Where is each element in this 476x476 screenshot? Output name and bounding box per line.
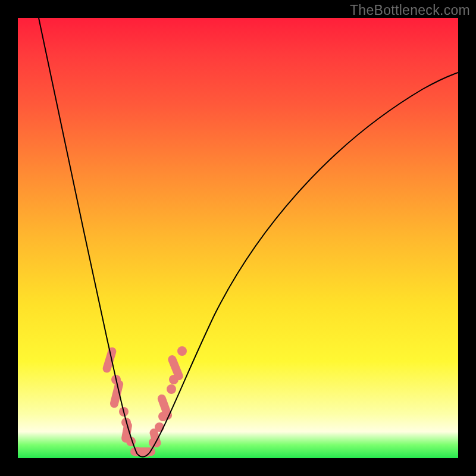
marker-cluster-right [149, 346, 187, 448]
svg-point-15 [167, 384, 176, 394]
marker-cluster-bottom [130, 447, 155, 457]
svg-point-18 [177, 346, 187, 356]
svg-point-8 [132, 447, 142, 456]
bottleneck-curve-path [39, 18, 458, 457]
svg-rect-17 [167, 354, 184, 381]
bottleneck-chart [18, 18, 458, 458]
svg-point-12 [155, 422, 164, 432]
watermark-text: TheBottleneck.com [350, 2, 470, 18]
marker-cluster-left [102, 346, 136, 446]
